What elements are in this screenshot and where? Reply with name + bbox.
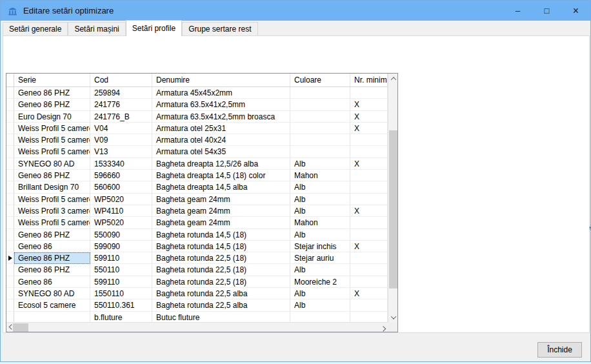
row-selector[interactable] xyxy=(6,217,14,228)
cell-cod[interactable]: b.fluture xyxy=(90,312,152,322)
row-selector[interactable] xyxy=(6,99,14,110)
cell-denumire[interactable]: Bagheta dreapta 14,5 alba xyxy=(152,181,290,193)
cell-cod[interactable]: 550110 xyxy=(90,264,152,276)
cell-cod[interactable]: 241776_B xyxy=(90,111,152,123)
cell-cod[interactable]: 259894 xyxy=(90,87,152,99)
close-icon[interactable]: × xyxy=(561,1,590,21)
cell-culoare[interactable]: Alb xyxy=(290,264,350,276)
cell-cod[interactable]: 599090 xyxy=(90,241,152,252)
cell-serie[interactable]: Brillant Design 70 xyxy=(14,181,90,193)
cell-nr-minim[interactable]: X xyxy=(350,158,388,170)
column-header-serie[interactable]: Serie xyxy=(14,74,90,86)
cell-serie[interactable]: Geneo 86 PHZ xyxy=(14,170,90,181)
row-selector[interactable] xyxy=(6,111,14,123)
table-row[interactable]: Ecosol 5 camere550110.361Bagheta rotunda… xyxy=(6,299,388,311)
cell-cod[interactable]: WP5020 xyxy=(90,217,152,228)
cell-cod[interactable]: 550110.361 xyxy=(90,299,152,311)
cell-denumire[interactable]: Bagheta dreapta 12,5/26 alba xyxy=(152,158,290,170)
row-selector[interactable] xyxy=(6,158,14,170)
table-row[interactable]: Euro Design 70241776_BArmatura 63.5x41x2… xyxy=(6,111,388,123)
cell-serie[interactable]: Geneo 86 xyxy=(14,276,90,288)
cell-cod[interactable]: 596660 xyxy=(90,170,152,181)
cell-nr-minim[interactable]: X xyxy=(350,99,388,110)
row-selector[interactable] xyxy=(6,134,14,146)
cell-nr-minim[interactable] xyxy=(350,134,388,146)
cell-cod[interactable]: V09 xyxy=(90,134,152,146)
table-row[interactable]: Weiss Profil 5 camereV13Armatura otel 54… xyxy=(6,146,388,157)
cell-nr-minim[interactable] xyxy=(350,276,388,288)
cell-denumire[interactable]: Armatura 63.5x41x2,5mm broasca xyxy=(152,111,290,123)
cell-nr-minim[interactable]: X xyxy=(350,241,388,252)
cell-serie[interactable]: Geneo 86 PHZ xyxy=(14,87,90,99)
table-row[interactable]: Geneo 86 PHZ241776Armatura 63.5x41x2,5mm… xyxy=(6,99,388,110)
cell-serie[interactable]: Geneo 86 PHZ xyxy=(14,264,90,276)
cell-culoare[interactable]: Mahon xyxy=(290,217,350,228)
vertical-scrollbar[interactable] xyxy=(388,74,397,322)
cell-culoare[interactable] xyxy=(290,87,350,99)
cell-culoare[interactable] xyxy=(290,312,350,322)
horizontal-scrollbar-thumb[interactable] xyxy=(13,323,28,332)
row-selector[interactable] xyxy=(6,264,14,276)
cell-nr-minim[interactable]: X xyxy=(350,123,388,134)
cell-denumire[interactable]: Armatura otel 25x31 xyxy=(152,123,290,134)
cell-denumire[interactable]: Bagheta geam 24mm xyxy=(152,217,290,228)
cell-denumire[interactable]: Armatura 45x45x2mm xyxy=(152,87,290,99)
cell-nr-minim[interactable] xyxy=(350,312,388,322)
cell-culoare[interactable]: Alb xyxy=(290,181,350,193)
cell-culoare[interactable] xyxy=(290,134,350,146)
scroll-up-icon[interactable] xyxy=(388,74,398,83)
table-row[interactable]: SYNEGO 80 AD1550110Bagheta rotunda 22,5 … xyxy=(6,288,388,299)
cell-cod[interactable]: 560600 xyxy=(90,181,152,193)
tab-set-ri-generale[interactable]: Setări generale xyxy=(3,22,68,36)
column-header-denumire[interactable]: Denumire xyxy=(152,74,290,86)
cell-culoare[interactable]: Alb xyxy=(290,205,350,217)
cell-denumire[interactable]: Bagheta rotunda 22,5 alba xyxy=(152,288,290,299)
cell-culoare[interactable]: Stejar auriu xyxy=(290,252,350,264)
cell-culoare[interactable]: Alb xyxy=(290,194,350,205)
cell-denumire[interactable]: Bagheta rotunda 22,5 (18) xyxy=(152,252,290,264)
cell-denumire[interactable]: Bagheta rotunda 14,5 (18) xyxy=(152,241,290,252)
cell-culoare[interactable]: Mahon xyxy=(290,170,350,181)
cell-culoare[interactable] xyxy=(290,123,350,134)
row-selector[interactable] xyxy=(6,241,14,252)
cell-serie[interactable]: Weiss Profil 5 camere xyxy=(14,134,90,146)
maximize-button[interactable]: □ xyxy=(532,1,561,21)
cell-culoare[interactable] xyxy=(290,99,350,110)
cell-nr-minim[interactable] xyxy=(350,252,388,264)
row-selector[interactable] xyxy=(6,205,14,217)
cell-serie[interactable]: Geneo 86 xyxy=(14,241,90,252)
cell-cod[interactable]: WP5020 xyxy=(90,194,152,205)
minimize-button[interactable]: – xyxy=(503,1,532,21)
cell-serie[interactable]: Ecosol 5 camere xyxy=(14,299,90,311)
title-bar[interactable]: Editare setări optimizare – □ × xyxy=(1,1,590,21)
cell-denumire[interactable]: Butuc fluture xyxy=(152,312,290,322)
cell-serie[interactable]: SYNEGO 80 AD xyxy=(14,158,90,170)
table-row[interactable]: b.flutureButuc fluture xyxy=(6,312,388,322)
table-row[interactable]: Weiss Profil 5 camereWP5020Bagheta geam … xyxy=(6,194,388,205)
cell-nr-minim[interactable] xyxy=(350,229,388,241)
cell-nr-minim[interactable] xyxy=(350,87,388,99)
table-row[interactable]: Weiss Profil 5 camereV09Armatura otel 40… xyxy=(6,134,388,146)
cell-denumire[interactable]: Bagheta rotunda 14,5 (18) xyxy=(152,229,290,241)
cell-serie[interactable]: Weiss Profil 5 camere xyxy=(14,146,90,157)
cell-denumire[interactable]: Bagheta rotunda 22,5 (18) xyxy=(152,264,290,276)
cell-serie[interactable]: SYNEGO 80 AD xyxy=(14,288,90,299)
current-row-marker[interactable] xyxy=(6,252,14,264)
cell-nr-minim[interactable]: X xyxy=(350,288,388,299)
cell-denumire[interactable]: Armatura 63.5x41x2,5mm xyxy=(152,99,290,110)
cell-cod[interactable]: 1550110 xyxy=(90,288,152,299)
cell-cod[interactable]: 599110 xyxy=(90,252,152,264)
table-row[interactable]: Weiss Profil 5 camereWP5020Bagheta geam … xyxy=(6,217,388,228)
cell-cod[interactable]: V04 xyxy=(90,123,152,134)
tab-set-ri-ma-ini[interactable]: Setări mașini xyxy=(68,22,125,36)
column-header-nr-minim-ba[interactable]: Nr. minim ba xyxy=(350,74,388,86)
cell-nr-minim[interactable]: X xyxy=(350,111,388,123)
cell-culoare[interactable] xyxy=(290,111,350,123)
cell-culoare[interactable]: Alb xyxy=(290,229,350,241)
row-selector[interactable] xyxy=(6,229,14,241)
cell-denumire[interactable]: Bagheta geam 24mm xyxy=(152,194,290,205)
cell-serie[interactable]: Geneo 86 PHZ xyxy=(14,99,90,110)
cell-denumire[interactable]: Bagheta dreapta 14,5 (18) color xyxy=(152,170,290,181)
table-row[interactable]: Geneo 86 PHZ550110Bagheta rotunda 22,5 (… xyxy=(6,264,388,276)
cell-nr-minim[interactable] xyxy=(350,146,388,157)
